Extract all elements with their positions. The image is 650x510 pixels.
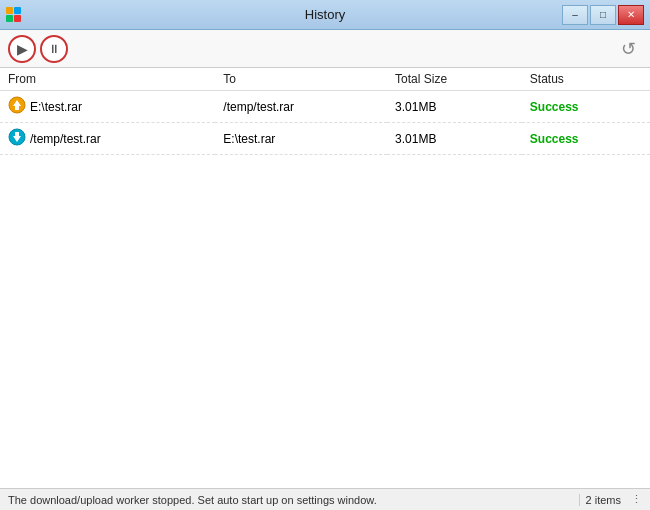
col-status: Status	[522, 68, 650, 91]
cell-size: 3.01MB	[387, 91, 522, 123]
title-bar-left	[6, 7, 22, 23]
toolbar: ▶ ⏸ ↺	[0, 30, 650, 68]
title-bar: History – □ ✕	[0, 0, 650, 30]
cell-to: /temp/test.rar	[215, 91, 387, 123]
content-area: From To Total Size Status E:\test.rar/te…	[0, 68, 650, 488]
cell-status: Success	[522, 123, 650, 155]
app-icon-sq3	[6, 15, 13, 22]
cell-size: 3.01MB	[387, 123, 522, 155]
status-count: 2 items	[579, 494, 627, 506]
settings-button[interactable]: ↺	[614, 35, 642, 63]
toolbar-right: ↺	[614, 35, 642, 63]
app-icon-sq1	[6, 7, 13, 14]
table-header: From To Total Size Status	[0, 68, 650, 91]
minimize-button[interactable]: –	[562, 5, 588, 25]
count-label: items	[595, 494, 621, 506]
table-container: From To Total Size Status E:\test.rar/te…	[0, 68, 650, 155]
play-button[interactable]: ▶	[8, 35, 36, 63]
main-layout: ▶ ⏸ ↺ From To Total Size Status	[0, 30, 650, 510]
table-body: E:\test.rar/temp/test.rar3.01MBSuccess /…	[0, 91, 650, 155]
title-bar-controls: – □ ✕	[562, 5, 644, 25]
col-to: To	[215, 68, 387, 91]
pause-button[interactable]: ⏸	[40, 35, 68, 63]
col-from: From	[0, 68, 215, 91]
count-number: 2	[586, 494, 592, 506]
cell-from: /temp/test.rar	[0, 123, 215, 155]
cell-to: E:\test.rar	[215, 123, 387, 155]
app-icon-sq2	[14, 7, 21, 14]
window-title: History	[0, 7, 650, 22]
app-icon-sq4	[14, 15, 21, 22]
table-row[interactable]: E:\test.rar/temp/test.rar3.01MBSuccess	[0, 91, 650, 123]
from-path: E:\test.rar	[30, 100, 82, 114]
close-button[interactable]: ✕	[618, 5, 644, 25]
upload-icon	[8, 96, 26, 117]
history-table: From To Total Size Status E:\test.rar/te…	[0, 68, 650, 155]
cell-from: E:\test.rar	[0, 91, 215, 123]
col-size: Total Size	[387, 68, 522, 91]
status-message: The download/upload worker stopped. Set …	[8, 494, 579, 506]
cell-status: Success	[522, 91, 650, 123]
table-row[interactable]: /temp/test.rarE:\test.rar3.01MBSuccess	[0, 123, 650, 155]
status-bar-more-icon[interactable]: ⋮	[627, 493, 642, 506]
maximize-button[interactable]: □	[590, 5, 616, 25]
status-bar: The download/upload worker stopped. Set …	[0, 488, 650, 510]
from-path: /temp/test.rar	[30, 132, 101, 146]
download-icon	[8, 128, 26, 149]
app-icon	[6, 7, 22, 23]
